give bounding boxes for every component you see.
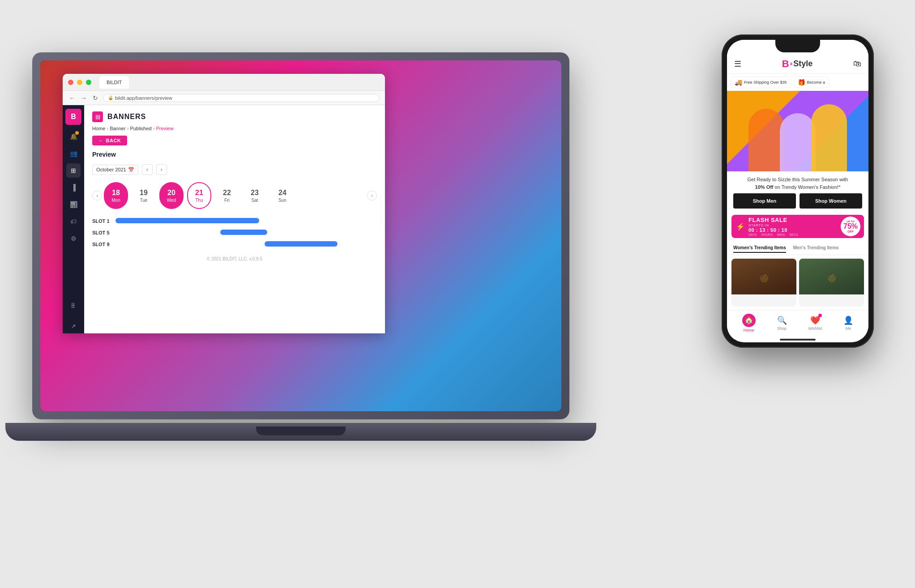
- strip-next-btn[interactable]: ›: [367, 191, 377, 200]
- next-month-btn[interactable]: ›: [156, 164, 167, 175]
- strip-prev-btn[interactable]: ‹: [92, 191, 102, 200]
- date-item-20[interactable]: 20 Wed: [159, 182, 184, 209]
- sidebar-icon-tag[interactable]: 🏷: [66, 214, 81, 229]
- slot-label-1: SLOT 1: [92, 218, 110, 224]
- notification-badge: [75, 131, 79, 135]
- back-button[interactable]: ← BACK: [92, 136, 127, 145]
- nav-wishlist-label: Wishlist: [808, 326, 822, 331]
- back-nav-btn[interactable]: ←: [68, 94, 76, 102]
- scene: BILDIT ← → ↻ 🔒 bildit.app/banners/previe…: [32, 26, 883, 562]
- sidebar-icon-chart[interactable]: 📊: [66, 197, 81, 212]
- date-item-19[interactable]: 19 Tue: [132, 182, 156, 209]
- breadcrumb-home: Home: [92, 126, 105, 131]
- nav-shop-label: Shop: [777, 326, 787, 331]
- shop-women-button[interactable]: Shop Women: [800, 193, 862, 209]
- month-label: October 2021: [96, 167, 126, 172]
- date-item-23[interactable]: 23 Sat: [243, 182, 267, 209]
- date-item-22[interactable]: 22 Fri: [215, 182, 239, 209]
- month-selector[interactable]: October 2021 📅: [92, 165, 138, 175]
- slot-row-5: SLOT 5: [92, 230, 377, 236]
- dot-green[interactable]: [86, 80, 91, 85]
- slot-bar-1[interactable]: [115, 218, 259, 223]
- banner-icon: ▤: [95, 114, 100, 120]
- bars-icon: ▐: [71, 184, 76, 191]
- phone-top-bar: ☰ Bx Style 🛍: [727, 54, 868, 74]
- sidebar-logo: B: [65, 109, 81, 125]
- hamburger-icon[interactable]: ☰: [734, 59, 741, 69]
- bag-icon[interactable]: 🛍: [853, 59, 861, 68]
- sliders-icon: 🎚: [70, 302, 77, 309]
- nav-shop[interactable]: 🔍 Shop: [777, 315, 787, 331]
- browser-chrome: BILDIT: [63, 74, 385, 91]
- promo-subtitle: Get Ready to Sizzle this Summer Season w…: [748, 177, 848, 182]
- product-img-1: 👩: [731, 259, 796, 294]
- breadcrumb-preview: Preview: [156, 126, 174, 131]
- forward-nav-btn[interactable]: →: [80, 94, 88, 102]
- dot-red[interactable]: [68, 80, 73, 85]
- promo-chip-shipping[interactable]: 🚚 Free Shipping Over $35: [731, 77, 791, 88]
- date-item-24[interactable]: 24 Sun: [270, 182, 295, 209]
- flash-sale-title: FLASH SALE: [748, 217, 798, 223]
- date-day-18: Mon: [111, 198, 120, 203]
- chart-icon: 📊: [70, 201, 77, 208]
- tag-icon: 🏷: [70, 218, 77, 225]
- address-bar-input[interactable]: 🔒 bildit.app/banners/preview: [103, 94, 380, 102]
- flash-off: OFF: [847, 230, 854, 233]
- wishlist-icon-wrap: ❤️: [810, 315, 820, 325]
- dot-yellow[interactable]: [77, 80, 82, 85]
- page-title: BANNERS: [107, 113, 146, 121]
- home-indicator: [780, 339, 816, 341]
- shop-men-button[interactable]: Shop Men: [733, 193, 796, 209]
- laptop-notch: [256, 426, 346, 435]
- sidebar-icon-sliders[interactable]: 🎚: [66, 298, 81, 313]
- browser-window: BILDIT ← → ↻ 🔒 bildit.app/banners/previe…: [63, 74, 385, 333]
- flash-starts-label: STARTS IN: [748, 223, 798, 227]
- browser-tab[interactable]: BILDIT: [99, 76, 129, 89]
- sidebar-icon-users[interactable]: 👥: [66, 146, 81, 161]
- heart-icon: ❤️: [810, 316, 820, 325]
- timer-mins: MINS: [777, 233, 785, 236]
- reload-btn[interactable]: ↻: [91, 94, 99, 102]
- date-day-21: Thu: [195, 198, 203, 203]
- sidebar-icon-settings[interactable]: ⚙: [66, 231, 81, 246]
- sidebar-icon-exit[interactable]: ↗: [66, 319, 81, 333]
- section-title: Preview: [92, 151, 377, 158]
- nav-home[interactable]: 🏠 Home: [742, 314, 756, 332]
- timer-hours: HOURS: [761, 233, 773, 236]
- sidebar-icon-grid[interactable]: ⊞: [66, 163, 81, 178]
- tab-men-trending[interactable]: Men's Trending Items: [793, 243, 839, 253]
- hero-figures: [727, 104, 868, 171]
- slot-row-9: SLOT 9: [92, 241, 377, 247]
- sidebar-icon-notifications[interactable]: 🔔: [66, 129, 81, 144]
- exit-icon: ↗: [71, 323, 76, 330]
- timer-days: DAYS: [748, 233, 757, 236]
- tab-women-trending[interactable]: Women's Trending Items: [733, 243, 786, 253]
- date-item-18[interactable]: 18 Mon: [104, 182, 128, 209]
- timer-secs: SECS: [789, 233, 798, 236]
- date-day-24: Sun: [278, 198, 286, 203]
- truck-icon: 🚚: [735, 79, 742, 86]
- figure-3: [811, 104, 847, 171]
- phone-promo-strip: 🚚 Free Shipping Over $35 🎁 Become a: [727, 74, 868, 91]
- product-card-1[interactable]: 👩: [731, 259, 796, 307]
- nav-wishlist[interactable]: ❤️ Wishlist: [808, 315, 822, 331]
- flash-sale-left: FLASH SALE STARTS IN 00 : 13 : 50 : 10 D…: [748, 217, 798, 236]
- back-arrow-icon: ←: [98, 138, 104, 143]
- product-card-2[interactable]: 👩: [799, 259, 864, 307]
- date-item-21[interactable]: 21 Thu: [187, 182, 211, 209]
- tab-label: BILDIT: [107, 80, 122, 85]
- prev-month-btn[interactable]: ‹: [142, 164, 153, 175]
- promo-chip-member[interactable]: 🎁 Become a: [794, 77, 829, 88]
- figure-1: [748, 109, 784, 171]
- search-icon: 🔍: [777, 315, 787, 325]
- promo-suffix: on Trendy Women's Fashion!*: [775, 184, 841, 190]
- slot-bar-5[interactable]: [220, 230, 267, 235]
- main-content-area: ▤ BANNERS Home › Banner › Published › Pr…: [84, 105, 385, 333]
- breadcrumb-published: Published: [130, 126, 151, 131]
- slot-bar-9[interactable]: [265, 241, 338, 247]
- laptop-screen: BILDIT ← → ↻ 🔒 bildit.app/banners/previe…: [40, 60, 561, 411]
- nav-me[interactable]: 👤 Me: [843, 315, 853, 331]
- shop-buttons: Shop Men Shop Women: [727, 193, 868, 213]
- sidebar-icon-bars[interactable]: ▐: [66, 180, 81, 195]
- date-num-23: 23: [251, 189, 259, 197]
